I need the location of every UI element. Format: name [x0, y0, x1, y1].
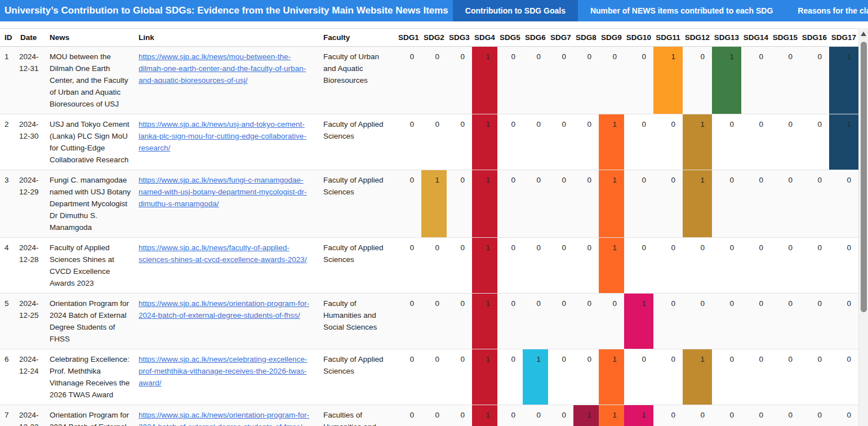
sdg-value-cell: 1	[624, 294, 653, 349]
sdg-value-cell: 1	[683, 170, 712, 238]
sdg-value-cell: 0	[573, 238, 599, 294]
news-link[interactable]: https://www.sjp.ac.lk/news/mou-between-t…	[139, 52, 306, 85]
sdg-value-cell: 0	[800, 238, 829, 294]
tab-contribution-to-sdg-goals[interactable]: Contribution to SDG Goals	[453, 0, 578, 21]
sdg-value-cell: 0	[421, 294, 447, 349]
sdg-value-cell: 0	[548, 238, 573, 294]
news-link[interactable]: https://www.sjp.ac.lk/news/orientation-p…	[139, 411, 309, 426]
sdg-value-cell: 1	[472, 238, 497, 294]
sdg-value-cell: 0	[624, 170, 653, 238]
sdg-value-cell: 0	[771, 47, 800, 114]
sdg-value-cell: 0	[447, 238, 472, 294]
sdg-value-cell: 1	[472, 294, 497, 349]
sdg-value-cell: 1	[624, 405, 653, 426]
sdg-value-cell: 0	[497, 405, 523, 426]
sdg-value-cell: 1	[683, 349, 712, 405]
sdg-value-cell: 1	[712, 47, 741, 114]
column-header-sdg11: SDG11	[653, 29, 683, 47]
row-id: 1	[0, 47, 16, 114]
sdg-value-cell: 0	[712, 238, 741, 294]
faculty-name: Faculty of Applied Sciences	[319, 238, 396, 294]
table-row: 32024-12-29Fungi C. manamgodae named wit…	[0, 170, 858, 238]
sdg-value-cell: 0	[447, 47, 472, 114]
column-header-sdg9: SDG9	[599, 29, 624, 47]
column-header-sdg16: SDG16	[800, 29, 829, 47]
sdg-value-cell: 0	[447, 349, 472, 405]
sdg-value-cell: 0	[548, 47, 573, 114]
table-row: 72024-12-23Orientation Program for 2024 …	[0, 405, 858, 426]
news-link[interactable]: https://www.sjp.ac.lk/news/faculty-of-ap…	[139, 243, 307, 264]
sdg-value-cell: 1	[599, 238, 624, 294]
column-header-sdg7: SDG7	[548, 29, 573, 47]
sdg-value-cell: 0	[653, 405, 683, 426]
scrollbar-thumb[interactable]	[861, 42, 867, 312]
faculty-name: Faculty of Applied Sciences	[319, 349, 396, 405]
sdg-value-cell: 0	[573, 349, 599, 405]
page-title: University’s Contribution to Global SDGs…	[0, 5, 453, 16]
scroll-up-icon[interactable]	[861, 32, 866, 36]
sdg-value-cell: 0	[771, 170, 800, 238]
column-header-sdg4: SDG4	[472, 29, 497, 47]
sdg-value-cell: 1	[472, 170, 497, 238]
news-link[interactable]: https://www.sjp.ac.lk/news/usj-and-tokyo…	[139, 120, 306, 152]
column-header-link: Link	[134, 29, 319, 47]
sdg-value-cell: 1	[829, 47, 858, 114]
sdg-value-cell: 0	[741, 114, 771, 170]
column-header-faculty: Faculty	[319, 29, 396, 47]
sdg-value-cell: 0	[497, 294, 523, 349]
vertical-scrollbar[interactable]	[858, 28, 868, 426]
sdg-value-cell: 0	[421, 114, 447, 170]
news-title: USJ and Tokyo Cement (Lanka) PLC Sign Mo…	[45, 114, 134, 170]
sdg-value-cell: 0	[447, 294, 472, 349]
row-date: 2024-12-23	[16, 405, 45, 426]
sdg-value-cell: 0	[653, 170, 683, 238]
sdg-value-cell: 0	[396, 114, 421, 170]
sdg-value-cell: 0	[396, 47, 421, 114]
sdg-value-cell: 0	[421, 47, 447, 114]
sdg-value-cell: 0	[573, 170, 599, 238]
sdg-value-cell: 0	[800, 47, 829, 114]
column-header-sdg10: SDG10	[624, 29, 653, 47]
news-title: Fungi C. manamgodae named with USJ Botan…	[45, 170, 134, 238]
faculty-name: Faculty of Urban and Aquatic Bioresource…	[319, 47, 396, 114]
row-id: 2	[0, 114, 16, 170]
sdg-value-cell: 0	[829, 238, 858, 294]
news-link[interactable]: https://www.sjp.ac.lk/news/celebrating-e…	[139, 355, 307, 387]
sdg-value-cell: 0	[771, 114, 800, 170]
sdg-value-cell: 1	[599, 349, 624, 405]
tab-news-items-per-sdg[interactable]: Number of NEWS items contributed to each…	[578, 0, 785, 21]
sdg-value-cell: 1	[421, 170, 447, 238]
news-link[interactable]: https://www.sjp.ac.lk/news/fungi-c-manam…	[139, 176, 307, 208]
sdg-value-cell: 0	[599, 47, 624, 114]
sdg-value-cell: 0	[497, 170, 523, 238]
sdg-value-cell: 0	[829, 294, 858, 349]
sdg-value-cell: 0	[396, 294, 421, 349]
sdg-value-cell: 0	[741, 349, 771, 405]
sdg-value-cell: 0	[800, 349, 829, 405]
tab-classification-reasons[interactable]: Reasons for the classification	[785, 0, 868, 21]
row-date: 2024-12-25	[16, 294, 45, 349]
content-area: IDDateNewsLinkFacultySDG1SDG2SDG3SDG4SDG…	[0, 28, 868, 426]
row-date: 2024-12-29	[16, 170, 45, 238]
link-cell: https://www.sjp.ac.lk/news/orientation-p…	[134, 405, 319, 426]
app-bar: University’s Contribution to Global SDGs…	[0, 0, 868, 21]
sdg-value-cell: 0	[396, 405, 421, 426]
sdg-value-cell: 0	[548, 349, 573, 405]
sdg-value-cell: 0	[653, 114, 683, 170]
link-cell: https://www.sjp.ac.lk/news/usj-and-tokyo…	[134, 114, 319, 170]
sdg-value-cell: 0	[421, 405, 447, 426]
table-row: 52024-12-25Orientation Program for 2024 …	[0, 294, 858, 349]
sdg-value-cell: 1	[683, 114, 712, 170]
sdg-value-cell: 0	[771, 405, 800, 426]
sdg-value-cell: 0	[741, 405, 771, 426]
sdg-value-cell: 0	[653, 349, 683, 405]
sdg-value-cell: 0	[712, 349, 741, 405]
faculty-name: Faculty of Applied Sciences	[319, 170, 396, 238]
news-link[interactable]: https://www.sjp.ac.lk/news/orientation-p…	[139, 299, 309, 320]
sdg-value-cell: 0	[573, 47, 599, 114]
link-cell: https://www.sjp.ac.lk/news/fungi-c-manam…	[134, 170, 319, 238]
sdg-value-cell: 0	[573, 294, 599, 349]
sdg-value-cell: 0	[771, 238, 800, 294]
sdg-value-cell: 0	[771, 349, 800, 405]
sdg-value-cell: 0	[396, 349, 421, 405]
